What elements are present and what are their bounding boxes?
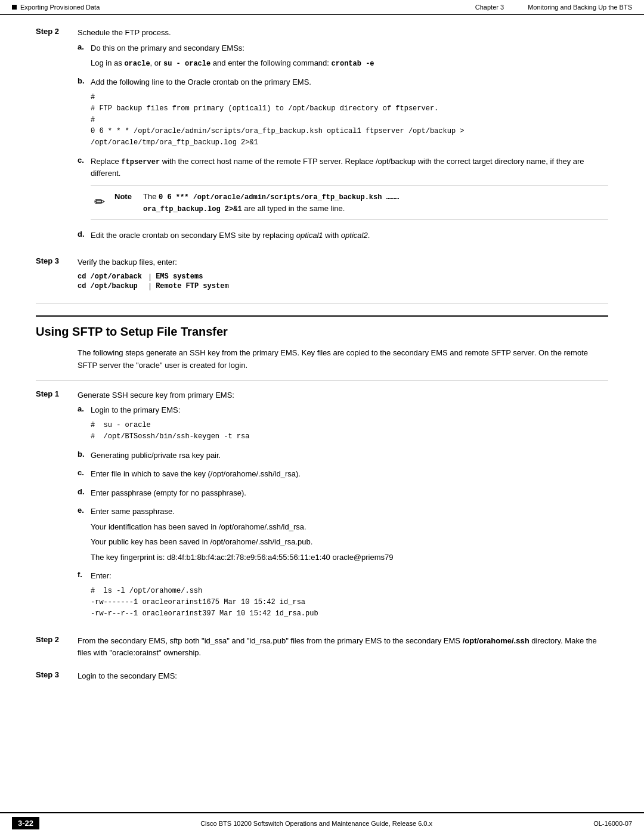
sftp-sub-b-text: Generating public/private rsa key pair. (91, 450, 608, 462)
sftp-sub-c-label: c. (78, 468, 91, 484)
optical2-text: optical2 (341, 231, 368, 240)
main-content: Step 2 Schedule the FTP process. a. Do t… (0, 15, 644, 706)
top-header: Exporting Provisioned Data Chapter 3 Mon… (0, 0, 644, 15)
cmd2-sep: | (144, 281, 156, 291)
header-chapter: Chapter 3 (475, 4, 504, 11)
sftp-sub-f: f. Enter: # ls -l /opt/orahome/.ssh -rw-… (78, 570, 608, 623)
cmd2-left: cd /opt/backup (78, 281, 144, 291)
cmd1-left: cd /opt/oraback (78, 272, 144, 281)
sftp-sub-f-label: f. (78, 570, 91, 623)
ssh-path-bold: /opt/orahome/.ssh (463, 636, 530, 645)
sub-a-text: Do this on the primary and secondary EMS… (91, 42, 608, 54)
step-2-sub-a: a. Do this on the primary and secondary … (78, 42, 608, 73)
section-intro: The following steps generate an SSH key … (78, 347, 608, 372)
sftp-sub-b-label: b. (78, 450, 91, 465)
su-oracle-code: su - oracle (163, 60, 210, 68)
sftp-sub-e-line1: Your identification has been saved in /o… (91, 521, 608, 533)
sftp-step-3-block: Step 3 Login to the secondary EMS: (36, 670, 608, 686)
sftp-sub-b-content: Generating public/private rsa key pair. (91, 450, 608, 465)
cmd-row-1: cd /opt/oraback | EMS systems (78, 272, 231, 281)
cmd-row-2: cd /opt/backup | Remote FTP system (78, 281, 231, 291)
header-left: Exporting Provisioned Data (12, 4, 100, 11)
step-2-label: Step 2 (36, 27, 78, 36)
sftp-sub-e: e. Enter same passphrase. Your identific… (78, 506, 608, 566)
cmd-table: cd /opt/oraback | EMS systems cd /opt/ba… (78, 272, 231, 291)
sftp-step-3-label: Step 3 (36, 670, 78, 679)
sftp-sub-d-label: d. (78, 487, 91, 503)
sftp-sub-b: b. Generating public/private rsa key pai… (78, 450, 608, 465)
sftp-step-3-content: Login to the secondary EMS: (78, 670, 608, 686)
sftp-step-1-content: Generate SSH secure key from primary EMS… (78, 389, 608, 627)
sftp-sub-d-text: Enter passphrase (empty for no passphras… (91, 487, 608, 499)
sub-a-label: a. (78, 42, 91, 73)
sftp-sub-d-content: Enter passphrase (empty for no passphras… (91, 487, 608, 503)
sftp-step-1-block: Step 1 Generate SSH secure key from prim… (36, 389, 608, 627)
footer-page-number: 3-22 (12, 817, 39, 829)
section-divider (36, 303, 608, 304)
section-heading: Using SFTP to Setup File Transfer (36, 315, 608, 339)
sftp-step-1-label: Step 1 (36, 389, 78, 398)
sftp-step-1-title: Generate SSH secure key from primary EMS… (78, 389, 608, 401)
cmd1-right: EMS systems (156, 272, 231, 281)
sub-a-login-text: Log in as oracle, or su - oracle and ent… (91, 57, 608, 69)
sub-d-text: Edit the oracle crontab on secondary EMS… (91, 230, 608, 241)
code-block-b: # # FTP backup files from primary (optic… (91, 92, 608, 149)
step-3-label: Step 3 (36, 256, 78, 265)
sub-b-text: Add the following line to the Oracle cro… (91, 76, 608, 88)
note-pencil-icon: ✏ (91, 192, 109, 212)
sftp-sub-a: a. Login to the primary EMS: # su - orac… (78, 404, 608, 446)
step-2-sub-b: b. Add the following line to the Oracle … (78, 76, 608, 152)
sub-d-content: Edit the oracle crontab on secondary EMS… (91, 230, 608, 245)
note-code-inline-2: ora_ftp_backup.log 2>&1 (143, 205, 242, 213)
sftp-code-a: # su - oracle # /opt/BTSossh/bin/ssh-key… (91, 420, 608, 442)
sftp-step-3-text: Login to the secondary EMS: (78, 670, 608, 682)
sftp-code-f: # ls -l /opt/orahome/.ssh -rw-------1 or… (91, 586, 608, 620)
cmd2-right: Remote FTP system (156, 281, 231, 291)
sftp-sub-f-text: Enter: (91, 570, 608, 582)
note-label: Note (114, 191, 137, 203)
header-section-label: Exporting Provisioned Data (20, 4, 100, 11)
sftp-sub-a-content: Login to the primary EMS: # su - oracle … (91, 404, 608, 446)
optical1-text: optical1 (296, 231, 323, 240)
sftp-sub-e-text: Enter same passphrase. (91, 506, 608, 518)
sub-b-label: b. (78, 76, 91, 152)
sub-a-content: Do this on the primary and secondary EMS… (91, 42, 608, 73)
header-right: Chapter 3 Monitoring and Backing Up the … (475, 4, 632, 11)
header-chapter-title: Monitoring and Backing Up the BTS (528, 4, 632, 11)
sftp-sub-f-content: Enter: # ls -l /opt/orahome/.ssh -rw----… (91, 570, 608, 623)
sub-c-label: c. (78, 156, 91, 226)
sftp-sub-c: c. Enter file in which to save the key (… (78, 468, 608, 484)
sftp-sub-d: d. Enter passphrase (empty for no passph… (78, 487, 608, 503)
sftp-sub-a-label: a. (78, 404, 91, 446)
note-box: ✏ Note The 0 6 *** /opt/oracle/admin/scr… (91, 185, 608, 220)
crontab-code: crontab -e (332, 60, 374, 68)
sftp-sub-a-text: Login to the primary EMS: (91, 404, 608, 416)
ftpserver-code: ftpserver (121, 158, 160, 166)
footer-center-text: Cisco BTS 10200 Softswitch Operations an… (200, 820, 432, 827)
sftp-sub-e-content: Enter same passphrase. Your identificati… (91, 506, 608, 566)
step-3-block: Step 3 Verify the backup files, enter: c… (36, 256, 608, 295)
sub-c-content: Replace ftpserver with the correct host … (91, 156, 608, 226)
sftp-step-2-text: From the secondary EMS, sftp both "id_ss… (78, 635, 608, 658)
sftp-step-2-label: Step 2 (36, 635, 78, 644)
sftp-sub-c-content: Enter file in which to save the key (/op… (91, 468, 608, 484)
note-text: The 0 6 *** /opt/oracle/admin/scripts/or… (143, 191, 608, 215)
step-3-content: Verify the backup files, enter: cd /opt/… (78, 256, 608, 295)
sftp-sub-e-label: e. (78, 506, 91, 566)
sftp-sub-c-text: Enter file in which to save the key (/op… (91, 468, 608, 480)
step-2-sub-c: c. Replace ftpserver with the correct ho… (78, 156, 608, 226)
step-2-sub-d: d. Edit the oracle crontab on secondary … (78, 230, 608, 245)
intro-divider (36, 380, 608, 381)
note-code-inline: 0 6 *** /opt/oracle/admin/scripts/ora_ft… (159, 193, 399, 202)
sub-c-text: Replace ftpserver with the correct host … (91, 156, 608, 179)
step-3-title: Verify the backup files, enter: (78, 256, 608, 268)
bottom-footer: 3-22 Cisco BTS 10200 Softswitch Operatio… (0, 812, 644, 833)
footer-right-text: OL-16000-07 (593, 820, 632, 827)
sftp-step-2-content: From the secondary EMS, sftp both "id_ss… (78, 635, 608, 662)
sftp-sub-e-line2: Your public key has been saved in /opt/o… (91, 536, 608, 548)
step-2-content: Schedule the FTP process. a. Do this on … (78, 27, 608, 248)
oracle-code: oracle (124, 60, 150, 68)
sftp-step-2-block: Step 2 From the secondary EMS, sftp both… (36, 635, 608, 662)
step-2-block: Step 2 Schedule the FTP process. a. Do t… (36, 27, 608, 248)
step-2-title: Schedule the FTP process. (78, 27, 608, 39)
